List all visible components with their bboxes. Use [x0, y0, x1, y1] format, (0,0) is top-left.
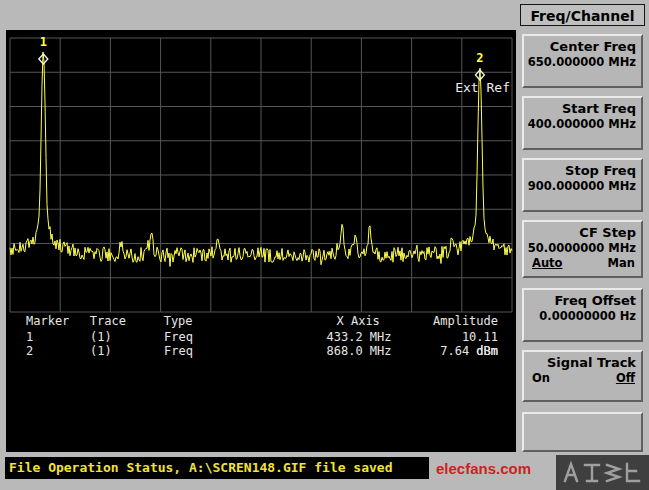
softkey-label: Center Freq — [524, 36, 641, 54]
vendor-logo-glyphs — [561, 459, 645, 487]
marker-trace: (1) — [90, 344, 164, 358]
marker-table-row: 2 (1) Freq 868.0 MHz 7.64 dBm — [6, 344, 516, 358]
softkey-center-freq[interactable]: Center Freq 650.000000 MHz — [522, 34, 643, 88]
status-bar: File Operation Status, A:\SCREN148.GIF f… — [5, 457, 429, 479]
vendor-logo — [556, 455, 649, 490]
softkey-cf-step[interactable]: CF Step 50.0000000 MHz Auto Man — [522, 220, 643, 278]
col-header-x-axis: X Axis — [283, 314, 433, 328]
softkey-label: Start Freq — [524, 98, 641, 116]
softkey-start-freq[interactable]: Start Freq 400.000000 MHz — [522, 96, 643, 150]
status-text: File Operation Status, A:\SCREN148.GIF f… — [9, 460, 393, 475]
softkey-stop-freq[interactable]: Stop Freq 900.000000 MHz — [522, 158, 643, 212]
col-header-marker: Marker — [6, 314, 90, 328]
marker-number: 1 — [6, 330, 90, 344]
marker-trace: (1) — [90, 330, 164, 344]
softkey-label: CF Step — [524, 222, 641, 240]
marker-amplitude: 7.64 dBm — [434, 344, 516, 358]
cf-step-auto-option: Auto — [532, 256, 563, 270]
softkey-signal-track[interactable]: Signal Track On Off — [522, 350, 643, 402]
marker-table: Marker Trace Type X Axis Amplitude 1 (1)… — [6, 314, 516, 358]
col-header-amplitude: Amplitude — [433, 314, 516, 328]
watermark: elecfans.com — [436, 460, 531, 477]
signal-track-off-option: Off — [616, 371, 635, 385]
marker-x-axis: 433.2 MHz — [284, 330, 434, 344]
softkey-toggle: On Off — [524, 370, 641, 385]
marker-x-axis: 868.0 MHz — [284, 344, 434, 358]
softkey-value: 0.00000000 Hz — [524, 308, 641, 323]
softkey-value: 50.0000000 MHz — [524, 240, 641, 255]
spectrum-analyzer-screen: 12 Ext Ref Marker Trace Type X Axis Ampl… — [0, 0, 649, 490]
softkey-label: Stop Freq — [524, 160, 641, 178]
marker-number-label: 1 — [40, 35, 47, 49]
softkey-value: 900.000000 MHz — [524, 178, 641, 193]
marker-amplitude: 10.11 dBm — [434, 330, 516, 344]
cf-step-man-option: Man — [608, 256, 635, 270]
softkey-value: 400.000000 MHz — [524, 116, 641, 131]
marker-table-header: Marker Trace Type X Axis Amplitude — [6, 314, 516, 328]
marker-number-label: 2 — [476, 51, 483, 65]
col-header-trace: Trace — [90, 314, 164, 328]
softkey-value: 650.000000 MHz — [524, 54, 641, 69]
menu-title: Freq/Channel — [520, 4, 645, 26]
marker-number: 2 — [6, 344, 90, 358]
signal-track-on-option: On — [532, 371, 550, 385]
marker-table-row: 1 (1) Freq 433.2 MHz 10.11 dBm — [6, 330, 516, 344]
ext-ref-indicator: Ext Ref — [455, 80, 510, 95]
marker-type: Freq — [164, 344, 284, 358]
softkey-toggle: Auto Man — [524, 255, 641, 270]
marker-type: Freq — [164, 330, 284, 344]
spectrum-plot: 12 — [6, 30, 516, 452]
softkey-label: Signal Track — [524, 352, 641, 370]
softkey-label: Freq Offset — [524, 290, 641, 308]
col-header-type: Type — [164, 314, 284, 328]
spectrum-display: 12 Ext Ref Marker Trace Type X Axis Ampl… — [6, 30, 516, 452]
softkey-blank[interactable] — [522, 412, 643, 452]
softkey-freq-offset[interactable]: Freq Offset 0.00000000 Hz — [522, 288, 643, 342]
